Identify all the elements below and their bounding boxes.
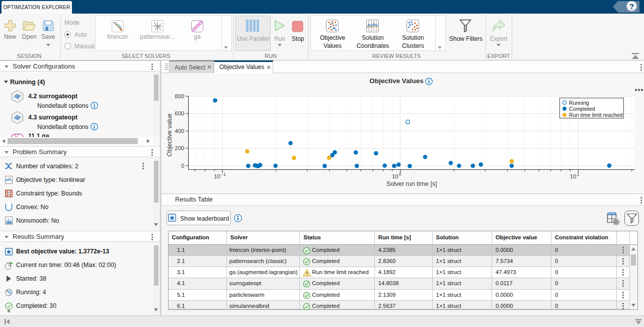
svg-text:Objective Values: Objective Values — [369, 77, 423, 85]
svg-text:10: 10 — [214, 173, 220, 179]
svg-text:1: 1 — [577, 172, 579, 177]
svg-text:Completed: Completed — [569, 106, 595, 112]
svg-text:400: 400 — [175, 128, 184, 134]
svg-text:Running: Running — [569, 100, 589, 106]
svg-text:Objective value: Objective value — [166, 113, 173, 157]
svg-text:Solver run time [s]: Solver run time [s] — [386, 180, 437, 187]
svg-text:200: 200 — [175, 145, 184, 151]
svg-text:10: 10 — [570, 173, 577, 179]
svg-text:0: 0 — [181, 163, 184, 169]
svg-text:−1: −1 — [221, 172, 226, 177]
svg-text:600: 600 — [175, 110, 184, 116]
svg-text:Run time limit reached: Run time limit reached — [569, 112, 622, 118]
svg-text:10: 10 — [392, 173, 398, 179]
svg-text:0: 0 — [399, 172, 401, 177]
svg-text:800: 800 — [175, 93, 184, 99]
